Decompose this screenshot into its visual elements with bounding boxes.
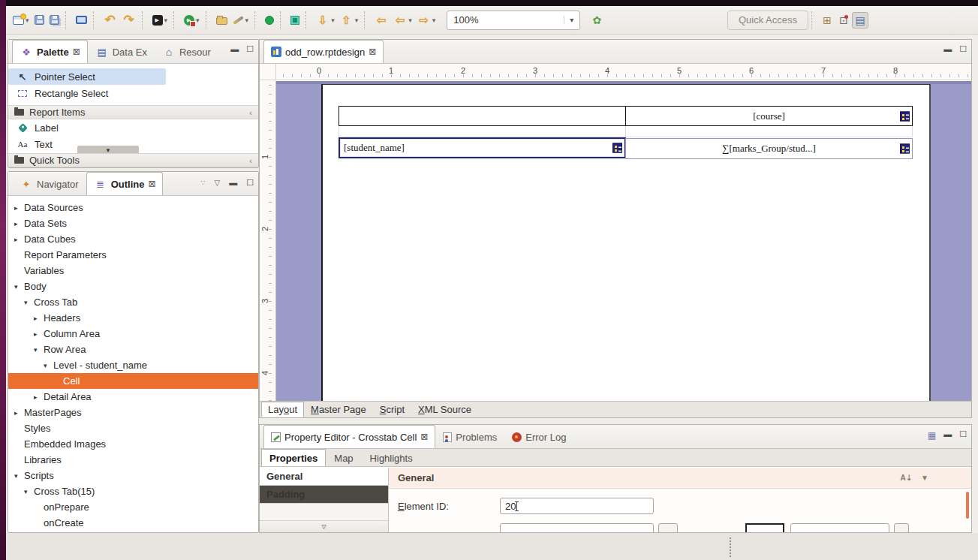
save-all-button[interactable] <box>47 14 62 26</box>
tree-arrow-icon[interactable]: ▸ <box>14 220 24 227</box>
chevron-down-icon[interactable]: ▾ <box>164 17 168 24</box>
tab-error-log[interactable]: Error Log <box>504 425 573 448</box>
sash-gripper[interactable] <box>730 537 731 557</box>
record-button[interactable] <box>263 14 276 26</box>
category-scroll-down-button[interactable]: ▽ <box>260 520 388 532</box>
more-button[interactable]: .. <box>894 523 909 532</box>
subtab-map[interactable]: Map <box>326 449 361 466</box>
maximize-icon[interactable]: ☐ <box>959 430 967 441</box>
tree-item-cross-tab[interactable]: ▾Cross Tab <box>8 294 258 310</box>
open-perspective-button[interactable]: ⊞ <box>819 12 835 29</box>
crosstab-empty-cell[interactable] <box>625 126 913 137</box>
crosstab-empty-cell[interactable] <box>339 126 626 137</box>
tree-item-column-area[interactable]: ▸Column Area <box>8 326 258 342</box>
tree-item-embedded-images[interactable]: Embedded Images <box>8 436 258 452</box>
close-icon[interactable]: ⊠ <box>73 47 80 57</box>
tab-palette[interactable]: ❖ Palette ⊠ <box>12 40 88 63</box>
tree-arrow-icon[interactable]: ▸ <box>14 236 24 243</box>
tree-item-masterpages[interactable]: ▸MasterPages <box>8 405 258 420</box>
tree-arrow-icon[interactable]: ▾ <box>24 488 34 495</box>
chevron-down-icon[interactable]: ▾ <box>432 17 436 24</box>
tree-item-row-area[interactable]: ▾Row Area <box>8 342 258 357</box>
design-canvas[interactable]: 1234 [course] <box>260 81 971 402</box>
preview-report-button[interactable] <box>74 14 89 26</box>
tab-layout[interactable]: Layout <box>261 402 304 417</box>
link-with-editor-icon[interactable]: ∵ <box>200 179 205 187</box>
style-input[interactable] <box>745 523 784 532</box>
tree-item-scripts[interactable]: ▾Scripts <box>8 468 258 483</box>
back-button[interactable]: ⇦▾ <box>391 12 414 29</box>
chevron-down-icon[interactable]: ▾ <box>245 17 249 24</box>
tab-odd-row-rptdesign[interactable]: odd_row.rptdesign ⊠ <box>263 40 384 63</box>
theme-button[interactable]: ▾ <box>230 15 251 26</box>
tree-arrow-icon[interactable]: ▾ <box>34 346 44 354</box>
category-padding[interactable]: Padding <box>260 486 388 504</box>
pin-view-icon[interactable]: ▦ <box>928 430 936 441</box>
maximize-icon[interactable]: ☐ <box>246 179 254 187</box>
font-input[interactable] <box>790 523 889 532</box>
tree-item-level-student-name[interactable]: ▾Level - student_name <box>8 357 258 373</box>
crosstab[interactable]: [course] [student_name] <box>339 106 913 159</box>
zoom-combobox[interactable]: 100% ▾ <box>447 11 580 30</box>
chevron-down-icon[interactable]: ▾ <box>331 17 335 24</box>
tab-property-editor[interactable]: Property Editor - Crosstab Cell ⊠ <box>263 425 435 448</box>
view-report-button[interactable]: ▾ <box>150 14 170 27</box>
tab-xml-source[interactable]: XML Source <box>411 402 478 417</box>
chevron-down-icon[interactable]: ▾ <box>408 17 412 24</box>
tree-arrow-icon[interactable]: ▸ <box>34 315 44 322</box>
subtab-highlights[interactable]: Highlights <box>362 449 421 466</box>
report-design-perspective-button[interactable]: ▤ <box>852 12 868 29</box>
tree-item-data-sets[interactable]: ▸Data Sets <box>8 215 258 231</box>
tree-item-onprepare[interactable]: onPrepare <box>8 499 258 515</box>
tree-item-data-cubes[interactable]: ▸Data Cubes <box>8 231 258 247</box>
chevron-down-icon[interactable]: ▾ <box>564 16 573 24</box>
palette-section-report-items[interactable]: Report Items ‹ <box>8 105 258 119</box>
tree-arrow-icon[interactable]: ▸ <box>34 393 44 401</box>
tree-item-oncreate[interactable]: onCreate <box>8 515 258 531</box>
chevron-down-icon[interactable]: ▾ <box>196 17 200 24</box>
maximize-icon[interactable]: ☐ <box>959 45 967 53</box>
crosstab-course-cell[interactable]: [course] <box>625 106 913 126</box>
tab-data-explorer[interactable]: ▤ Data Ex <box>88 40 155 63</box>
save-button[interactable] <box>32 14 47 26</box>
palette-item-rectangle-select[interactable]: Rectangle Select <box>8 85 258 101</box>
tree-arrow-icon[interactable]: ▾ <box>14 283 24 291</box>
tree-arrow-icon[interactable]: ▾ <box>44 362 53 369</box>
tab-master-page[interactable]: Master Page <box>304 402 373 417</box>
undo-button[interactable]: ↶ <box>101 12 119 29</box>
tab-script[interactable]: Script <box>373 402 411 417</box>
sort-alpha-icon[interactable]: A⇣ <box>900 474 912 482</box>
tab-problems[interactable]: Problems <box>435 425 504 448</box>
redo-button[interactable]: ↷ <box>120 12 138 29</box>
category-general[interactable]: General <box>260 468 388 486</box>
tree-item-report-parameters[interactable]: Report Parameters <box>8 247 258 263</box>
subtab-properties[interactable]: Properties <box>261 449 326 466</box>
close-icon[interactable]: ⊠ <box>420 432 428 442</box>
minimize-icon[interactable]: ▬ <box>943 430 952 441</box>
browse-button[interactable]: ... <box>658 523 678 532</box>
tree-item-libraries[interactable]: Libraries <box>8 452 258 468</box>
property-scrollbar[interactable] <box>966 492 969 519</box>
element-id-input[interactable]: 20 <box>500 498 654 514</box>
run-report-button[interactable]: ▾ <box>182 14 202 27</box>
tab-navigator[interactable]: ✦ Navigator <box>12 172 86 195</box>
new-report-button[interactable]: ▾ <box>11 14 32 26</box>
minimize-icon[interactable]: ▬ <box>943 45 952 53</box>
data-binding-icon[interactable] <box>900 144 910 154</box>
tree-arrow-icon[interactable]: ▾ <box>24 299 34 306</box>
last-edit-location-button[interactable]: ⇦ <box>372 12 390 29</box>
data-binding-icon[interactable] <box>612 143 622 153</box>
tree-item-styles[interactable]: Styles <box>8 420 258 436</box>
tree-arrow-icon[interactable]: ▾ <box>14 472 24 480</box>
data-binding-icon[interactable] <box>900 111 910 121</box>
tree-item-cross-tab-15[interactable]: ▾Cross Tab(15) <box>8 483 258 499</box>
tree-item-variables[interactable]: Variables <box>8 263 258 278</box>
section-menu-icon[interactable]: ▼ <box>921 474 928 482</box>
forward-button[interactable]: ⇨▾ <box>415 12 438 29</box>
palette-section-quick-tools[interactable]: Quick Tools ‹ <box>8 153 258 167</box>
minimize-icon[interactable]: ▬ <box>229 179 237 187</box>
tree-item-headers[interactable]: ▸Headers <box>8 310 258 326</box>
student-data-item[interactable]: [student_name] <box>344 142 405 154</box>
course-data-item[interactable]: [course] <box>753 110 785 122</box>
crosstab-measure-cell[interactable]: ∑[marks_Group/stud...] <box>625 138 913 159</box>
